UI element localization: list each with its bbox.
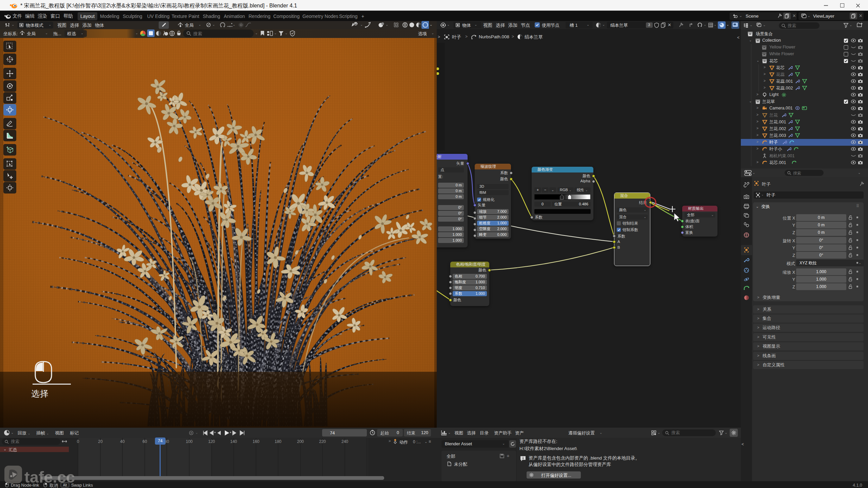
svg-text:140: 140 [230,439,237,444]
svg-text:100: 100 [186,439,193,444]
svg-text:160: 160 [253,439,259,444]
svg-text:200: 200 [297,439,304,444]
svg-text:0: 0 [77,439,79,444]
svg-text:120: 120 [208,439,215,444]
svg-text:20: 20 [98,439,103,444]
svg-text:40: 40 [120,439,125,444]
svg-text:220: 220 [319,439,326,444]
svg-text:180: 180 [275,439,281,444]
svg-text:60: 60 [142,439,147,444]
svg-text:240: 240 [341,439,348,444]
